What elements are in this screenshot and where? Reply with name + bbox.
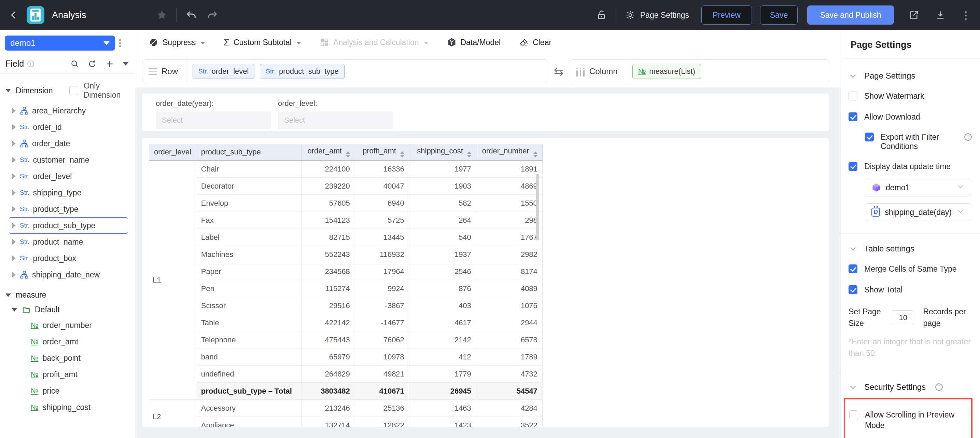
gear-icon: [625, 10, 635, 20]
sidebar-measure-back_point[interactable]: №back_point: [9, 350, 128, 366]
share-icon[interactable]: [908, 10, 919, 21]
allow-download-checkbox[interactable]: [848, 112, 858, 121]
data-model-button[interactable]: Data/Model: [447, 38, 501, 47]
sidebar-field-product_type[interactable]: Str.product_type: [9, 201, 128, 217]
column-header-profit_amt[interactable]: profit_amt: [355, 144, 409, 161]
page-size-input[interactable]: 10: [892, 310, 914, 325]
sidebar-field-order_level[interactable]: Str.order_level: [9, 168, 128, 185]
sidebar-field-product_name[interactable]: Str.product_name: [9, 234, 128, 250]
section-security-settings[interactable]: Security Settings: [848, 382, 972, 392]
column-header-order_number[interactable]: order_number: [476, 144, 542, 161]
suppress-button[interactable]: Suppress: [149, 38, 205, 47]
info-icon[interactable]: [935, 383, 943, 392]
dataset-selector[interactable]: demo1: [5, 35, 115, 51]
expander-icon[interactable]: [12, 190, 16, 196]
save-button[interactable]: Save: [760, 5, 798, 25]
sidebar-field-area_Hierarchy[interactable]: area_Hierarchy: [9, 102, 128, 119]
measure-header[interactable]: measure: [0, 288, 135, 303]
dataset-more-icon[interactable]: [119, 39, 121, 47]
only-dimension-checkbox[interactable]: [69, 86, 78, 95]
sidebar-field-product_sub_type[interactable]: Str.product_sub_type: [9, 217, 128, 234]
download-icon[interactable]: [935, 10, 946, 21]
expander-icon[interactable]: [12, 108, 16, 113]
row-field-chip[interactable]: Str. product_sub_type: [260, 64, 344, 79]
sidebar-measure-price[interactable]: №price: [9, 383, 128, 399]
row-field-chip[interactable]: Str. order_level: [192, 64, 255, 79]
more-menu-icon[interactable]: ⋮: [961, 9, 971, 21]
back-icon[interactable]: [9, 9, 18, 21]
sidebar-field-order_id[interactable]: Str.order_id: [9, 119, 128, 135]
redo-icon[interactable]: [207, 9, 218, 21]
save-and-publish-button[interactable]: Save and Publish: [807, 5, 894, 25]
cube-icon: [872, 183, 881, 192]
column-field-chip[interactable]: № measure(List): [632, 64, 701, 79]
analysis-calculation-button[interactable]: Analysis and Calculation: [320, 38, 428, 47]
dataset-select[interactable]: demo1: [865, 179, 971, 196]
refresh-icon[interactable]: [88, 59, 97, 68]
info-icon[interactable]: [964, 132, 972, 142]
expander-icon[interactable]: [12, 256, 16, 261]
page-settings-menu[interactable]: Page Settings: [625, 10, 689, 20]
export-with-filter-checkbox[interactable]: [865, 132, 874, 142]
expander-icon[interactable]: [12, 239, 16, 245]
field-name: area_Hierarchy: [32, 106, 86, 115]
expander-icon[interactable]: [12, 272, 16, 277]
measure-folder[interactable]: Default: [0, 303, 135, 317]
sort-icon[interactable]: [400, 151, 404, 158]
show-total-option[interactable]: Show Total: [848, 285, 972, 295]
sidebar-field-shipping_type[interactable]: Str.shipping_type: [9, 185, 128, 201]
column-header-shipping_cost[interactable]: shipping_cost: [409, 144, 476, 161]
show-total-checkbox[interactable]: [848, 285, 858, 294]
section-table-settings[interactable]: Table settings: [848, 244, 972, 253]
sort-icon[interactable]: [467, 151, 471, 158]
expander-icon[interactable]: [12, 124, 16, 130]
sidebar-measure-shipping_cost[interactable]: №shipping_cost: [9, 399, 128, 416]
sort-icon[interactable]: [346, 151, 350, 158]
swap-row-column-icon[interactable]: ⇆: [547, 65, 570, 78]
merge-cells-checkbox[interactable]: [848, 264, 858, 273]
column-header-order_amt[interactable]: order_amt: [301, 144, 355, 161]
only-dimension-toggle[interactable]: Only Dimension: [69, 81, 129, 100]
expander-icon[interactable]: [12, 206, 16, 212]
sidebar-field-customer_name[interactable]: Str.customer_name: [9, 152, 128, 168]
sidebar-field-order_date[interactable]: order_date: [9, 135, 128, 152]
export-with-filter-option[interactable]: Export with Filter Conditions: [865, 132, 972, 151]
sidebar-measure-profit_amt[interactable]: №profit_amt: [9, 366, 128, 383]
search-icon[interactable]: [70, 59, 79, 68]
preview-button[interactable]: Preview: [702, 5, 752, 25]
expander-icon[interactable]: [12, 157, 16, 162]
filter-select[interactable]: Select: [278, 111, 393, 129]
sidebar-field-shipping_date_new[interactable]: shipping_date_new: [9, 266, 128, 283]
expander-icon[interactable]: [12, 223, 16, 228]
sidebar-measure-order_amt[interactable]: №order_amt: [9, 333, 128, 350]
display-update-time-option[interactable]: Display data update time: [848, 161, 972, 172]
display-update-time-checkbox[interactable]: [848, 162, 858, 171]
sidebar-measure-order_number[interactable]: №order_number: [9, 317, 128, 333]
section-page-settings[interactable]: Page Settings: [848, 71, 972, 81]
column-shelf[interactable]: Column № measure(List): [570, 59, 829, 83]
sidebar-field-product_box[interactable]: Str.product_box: [9, 250, 128, 266]
value-cell: 4617: [409, 314, 476, 331]
favorite-star-icon[interactable]: [156, 10, 167, 21]
field-sort-caret-icon[interactable]: [123, 62, 129, 65]
allow-download-option[interactable]: Allow Download: [848, 112, 972, 122]
dimension-header[interactable]: Dimension Only Dimension: [0, 78, 135, 102]
filter-select[interactable]: Select: [156, 111, 271, 129]
clear-button[interactable]: Clear: [519, 38, 552, 47]
lock-open-icon[interactable]: [596, 9, 607, 21]
field-label: Field: [5, 59, 24, 68]
custom-subtotal-button[interactable]: Σ Custom Subtotal: [224, 37, 301, 48]
expander-icon[interactable]: [12, 141, 16, 146]
expander-icon[interactable]: [12, 174, 16, 179]
security-option-0[interactable]: Allow Scrolling in Preview Mode: [849, 409, 966, 431]
table-scrollbar[interactable]: [536, 174, 539, 241]
date-field-select[interactable]: D shipping_date(day): [865, 203, 971, 221]
row-shelf[interactable]: Row Str. order_level Str. product_sub_ty…: [142, 59, 547, 83]
show-watermark-option[interactable]: Show Watermark: [848, 91, 972, 102]
merge-cells-option[interactable]: Merge Cells of Same Type: [848, 264, 972, 274]
add-field-icon[interactable]: [105, 59, 114, 68]
sort-icon[interactable]: [533, 151, 538, 158]
undo-icon[interactable]: [185, 9, 197, 21]
show-watermark-checkbox[interactable]: [848, 92, 858, 100]
security-option-checkbox[interactable]: [849, 410, 858, 419]
